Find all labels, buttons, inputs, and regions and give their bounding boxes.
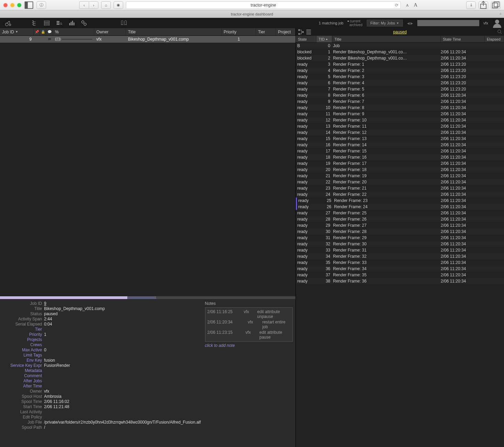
filter-prev-button[interactable]: ◀: [407, 21, 410, 25]
task-row[interactable]: B0Job: [296, 43, 504, 49]
task-row[interactable]: ready14Render Frame: 122/06 11:20:34: [296, 129, 504, 136]
task-row[interactable]: ready33Render Frame: 312/06 11:20:34: [296, 247, 504, 253]
blades-view-icon[interactable]: [41, 18, 53, 28]
task-row[interactable]: ready7Render Frame: 52/06 11:23:20: [296, 86, 504, 92]
task-row[interactable]: ready25Render Frame: 232/06 11:20:34: [296, 198, 504, 204]
close-window-button[interactable]: [3, 3, 8, 7]
task-row[interactable]: ready3Render Frame: 12/06 11:23:20: [296, 61, 504, 67]
task-row[interactable]: ready9Render Frame: 72/06 11:20:34: [296, 98, 504, 105]
archive-toggle[interactable]: • current archived: [347, 19, 362, 27]
user-menu-icon[interactable]: [492, 18, 502, 28]
svg-rect-26: [306, 32, 311, 32]
downloads-button[interactable]: ⤓: [466, 1, 476, 9]
task-row[interactable]: ready35Render Frame: 332/06 11:20:34: [296, 259, 504, 266]
task-row[interactable]: ready6Render Frame: 42/06 11:23:20: [296, 80, 504, 86]
paused-status[interactable]: paused: [393, 30, 407, 34]
detail-value: 0:04: [44, 322, 201, 327]
url-text: tractor-engine: [250, 3, 276, 8]
task-row[interactable]: ready12Render Frame: 102/06 11:20:34: [296, 117, 504, 123]
col-jobid[interactable]: Job ID ▼: [0, 28, 34, 35]
col-pin-icon[interactable]: 📌: [34, 28, 40, 35]
col-state[interactable]: State: [296, 36, 317, 42]
col-lock-icon[interactable]: 🔒: [40, 28, 46, 35]
refresh-icon[interactable]: ⟳: [395, 3, 398, 8]
task-row[interactable]: ready37Render Frame: 352/06 11:20:34: [296, 272, 504, 278]
tractor-logo-icon[interactable]: [2, 18, 14, 28]
minimize-window-button[interactable]: [10, 3, 14, 7]
col-project[interactable]: Project: [276, 28, 296, 35]
col-title[interactable]: Title: [126, 28, 222, 35]
task-row[interactable]: ready4Render Frame: 22/06 11:23:20: [296, 67, 504, 74]
task-row[interactable]: ready22Render Frame: 202/06 11:20:34: [296, 179, 504, 185]
search-input[interactable]: [417, 20, 479, 26]
job-list-header: Job ID ▼ 📌 🔒 💬 % Owner Title Priority Ti…: [0, 28, 296, 36]
new-tab-button[interactable]: +: [499, 11, 502, 17]
task-row[interactable]: ready32Render Frame: 302/06 11:20:34: [296, 241, 504, 247]
task-row[interactable]: ready27Render Frame: 252/06 11:20:34: [296, 210, 504, 216]
task-row[interactable]: blocked2Render Bikeshop_Depthmap_v001.co…: [296, 55, 504, 61]
svg-rect-24: [302, 31, 304, 33]
task-panel-toolbar: paused: [296, 28, 504, 36]
col-tier[interactable]: Tier: [256, 28, 276, 35]
col-state-time[interactable]: State Time: [441, 36, 485, 42]
filter-dropdown[interactable]: Filter: My Jobs▼: [367, 20, 403, 26]
task-row[interactable]: ready36Render Frame: 342/06 11:20:34: [296, 266, 504, 272]
tab-title[interactable]: tractor-engine dashboard: [231, 12, 273, 16]
task-row[interactable]: ready13Render Frame: 112/06 11:20:34: [296, 123, 504, 129]
filter-next-button[interactable]: ▶: [410, 21, 413, 25]
task-row[interactable]: ready8Render Frame: 62/06 11:20:34: [296, 92, 504, 98]
jobs-view-icon[interactable]: [28, 18, 41, 28]
docs-icon[interactable]: [118, 18, 130, 28]
task-row[interactable]: ready10Render Frame: 82/06 11:20:34: [296, 105, 504, 111]
job-row[interactable]: 9 11 vfx Bikeshop_Depthmap_v001.comp 1: [0, 36, 296, 43]
task-row[interactable]: ready29Render Frame: 272/06 11:20:34: [296, 222, 504, 228]
col-tid[interactable]: TID ▲: [317, 36, 332, 42]
col-owner[interactable]: Owner: [94, 28, 126, 35]
settings-icon[interactable]: [78, 18, 90, 28]
task-row[interactable]: ready20Render Frame: 182/06 11:20:34: [296, 167, 504, 173]
maximize-window-button[interactable]: [17, 3, 21, 7]
task-row[interactable]: ready31Render Frame: 292/06 11:20:34: [296, 235, 504, 241]
task-search-icon[interactable]: [497, 29, 502, 35]
detail-label: Start Time: [3, 404, 42, 409]
search-view-icon[interactable]: [53, 18, 65, 28]
task-row[interactable]: ready11Render Frame: 92/06 11:20:34: [296, 111, 504, 117]
col-priority[interactable]: Priority: [222, 28, 256, 35]
col-task-title[interactable]: Title: [332, 36, 441, 42]
home-button[interactable]: ⌂: [101, 1, 111, 9]
forward-button[interactable]: ›: [89, 1, 98, 9]
task-row[interactable]: ready15Render Frame: 132/06 11:20:34: [296, 136, 504, 142]
task-row[interactable]: blocked1Render Bikeshop_Depthmap_v001.co…: [296, 49, 504, 55]
col-percent[interactable]: %: [53, 28, 94, 35]
task-row[interactable]: ready21Render Frame: 192/06 11:20:34: [296, 173, 504, 179]
back-button[interactable]: ‹: [79, 1, 89, 9]
task-row[interactable]: ready23Render Frame: 212/06 11:20:34: [296, 185, 504, 191]
col-comment-icon[interactable]: 💬: [46, 28, 53, 35]
task-row[interactable]: ready30Render Frame: 282/06 11:20:34: [296, 228, 504, 235]
tree-view-icon[interactable]: [298, 29, 304, 35]
font-smaller-button[interactable]: A: [404, 1, 411, 9]
task-row[interactable]: ready24Render Frame: 222/06 11:20:34: [296, 191, 504, 198]
task-row[interactable]: ready17Render Frame: 152/06 11:20:34: [296, 148, 504, 154]
task-row[interactable]: ready16Render Frame: 142/06 11:20:34: [296, 142, 504, 148]
task-row[interactable]: ready18Render Frame: 162/06 11:20:34: [296, 154, 504, 160]
info-button[interactable]: ⓘ: [36, 1, 46, 9]
col-elapsed[interactable]: Elapsed: [485, 36, 504, 42]
url-bar[interactable]: tractor-engine ⟳: [126, 1, 401, 9]
list-view-icon[interactable]: [305, 29, 312, 35]
add-note-link[interactable]: click to add note: [205, 343, 293, 348]
task-row[interactable]: ready38Render Frame: 362/06 11:20:34: [296, 278, 504, 284]
tabs-button[interactable]: [491, 1, 501, 9]
task-row[interactable]: ready28Render Frame: 262/06 11:20:34: [296, 216, 504, 222]
font-larger-button[interactable]: A: [412, 1, 419, 9]
detail-value: [44, 368, 201, 373]
share-button[interactable]: [479, 1, 488, 9]
task-row[interactable]: ready5Render Frame: 32/06 11:23:20: [296, 74, 504, 80]
task-row[interactable]: ready26Render Frame: 242/06 11:20:34: [296, 204, 504, 210]
sidebar-toggle-button[interactable]: [24, 1, 34, 9]
stats-view-icon[interactable]: [65, 18, 78, 28]
task-row[interactable]: ready34Render Frame: 322/06 11:20:34: [296, 253, 504, 259]
detail-label: Spool Time: [3, 399, 42, 404]
task-row[interactable]: ready19Render Frame: 172/06 11:20:34: [296, 160, 504, 167]
top-sites-button[interactable]: ◉: [114, 1, 123, 9]
